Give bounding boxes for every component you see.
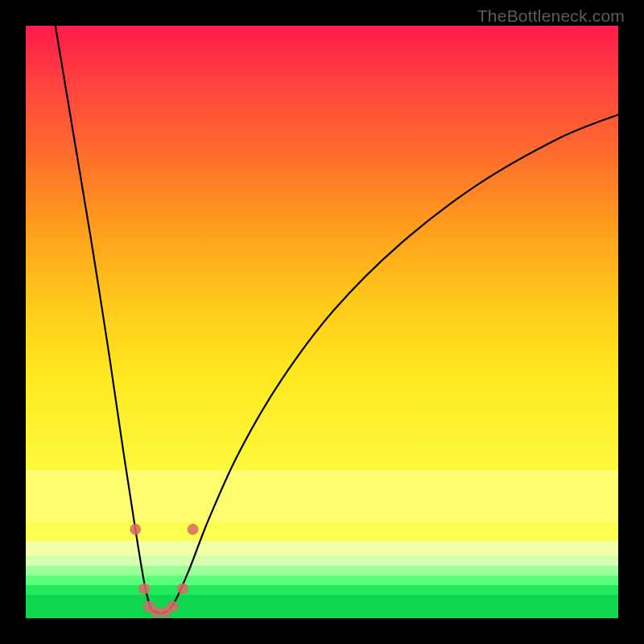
chart-frame: TheBottleneck.com <box>0 0 644 644</box>
bottleneck-curve <box>56 26 618 613</box>
curve-svg <box>26 26 618 618</box>
curve-marker <box>188 524 199 535</box>
curve-marker <box>130 524 141 535</box>
plot-area <box>26 26 618 618</box>
curve-marker <box>177 583 188 594</box>
watermark-text: TheBottleneck.com <box>477 6 625 26</box>
curve-marker <box>167 601 179 612</box>
curve-marker <box>138 583 150 594</box>
